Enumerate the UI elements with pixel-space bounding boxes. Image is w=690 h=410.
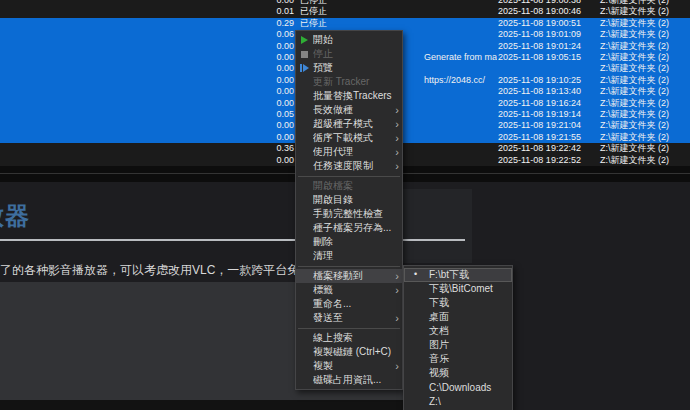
stop-icon bbox=[301, 51, 308, 58]
submenu-item-label: 下载\BitComet bbox=[429, 282, 493, 296]
submenu-item-f-bt-download[interactable]: •F:\bt下载 bbox=[404, 268, 512, 282]
submenu-item-download[interactable]: 下载 bbox=[404, 296, 512, 310]
save-path-cell: Z:\新建文件夹 (2) bbox=[600, 52, 669, 63]
submenu-item-documents[interactable]: 文档 bbox=[404, 324, 512, 338]
menu-item-sequential-download[interactable]: 循序下載模式› bbox=[296, 131, 402, 145]
menu-item-send-to[interactable]: 發送至› bbox=[296, 311, 402, 325]
torrent-row[interactable]: 0.01已停止2025-11-08 19:00:46Z:\新建文件夹 (2) bbox=[0, 6, 690, 17]
submenu-item-pictures[interactable]: 图片 bbox=[404, 338, 512, 352]
menu-item-update-tracker[interactable]: 更新 Tracker bbox=[296, 75, 402, 89]
menu-item-label: 開始 bbox=[313, 33, 399, 47]
torrent-row[interactable]: 0.29已停止2025-11-08 19:00:51Z:\新建文件夹 (2) bbox=[0, 18, 690, 29]
tracker-cell bbox=[424, 18, 497, 29]
submenu-item-download-bitcomet[interactable]: 下载\BitComet bbox=[404, 282, 512, 296]
menu-item-move-files-to[interactable]: 檔案移動到› bbox=[296, 269, 402, 283]
menu-item-copy-magnet[interactable]: 複製磁鏈 (Ctrl+C) bbox=[296, 345, 402, 359]
menu-item-stop[interactable]: 停止 bbox=[296, 47, 402, 61]
submenu-item-c-downloads[interactable]: C:\Downloads bbox=[404, 380, 512, 394]
chevron-right-icon: › bbox=[395, 105, 399, 115]
time-cell: 2025-11-08 19:00:51 bbox=[498, 18, 581, 29]
menu-item-super-seed-mode[interactable]: 超級種子模式› bbox=[296, 117, 402, 131]
menu-separator bbox=[298, 176, 400, 177]
save-path-cell: Z:\新建文件夹 (2) bbox=[600, 6, 669, 17]
save-path-cell: Z:\新建文件夹 (2) bbox=[600, 98, 669, 109]
time-cell: 2025-11-08 19:05:15 bbox=[498, 52, 581, 63]
menu-item-label: 磁碟占用資訊... bbox=[313, 373, 399, 387]
time-cell: 2025-11-08 19:01:24 bbox=[498, 41, 581, 52]
menu-item-label: 種子檔案另存為... bbox=[313, 221, 399, 235]
menu-item-label: 標籤 bbox=[313, 283, 395, 297]
chevron-right-icon: › bbox=[395, 119, 399, 129]
ratio-cell: 0.00 bbox=[0, 86, 294, 97]
menu-item-preview[interactable]: 預覽 bbox=[296, 61, 402, 75]
menu-item-label: 預覽 bbox=[313, 61, 399, 75]
time-cell: 2025-11-08 19:01:09 bbox=[498, 29, 581, 40]
ratio-cell: 0.00 bbox=[0, 52, 294, 63]
menu-item-label: 使用代理 bbox=[313, 145, 395, 159]
menu-item-label: 長效做種 bbox=[313, 103, 395, 117]
tracker-cell bbox=[424, 41, 497, 52]
submenu-item-label: C:\Downloads bbox=[429, 382, 491, 393]
ratio-cell: 0.00 bbox=[0, 155, 294, 166]
tracker-cell bbox=[424, 29, 497, 40]
menu-item-disk-usage-info[interactable]: 磁碟占用資訊... bbox=[296, 373, 402, 387]
menu-item-delete[interactable]: 刪除 bbox=[296, 235, 402, 249]
menu-item-open-directory[interactable]: 開啟目錄 bbox=[296, 193, 402, 207]
menu-item-label: 複製磁鏈 (Ctrl+C) bbox=[313, 345, 399, 359]
chevron-right-icon: › bbox=[395, 361, 399, 371]
submenu-item-label: 文档 bbox=[429, 324, 449, 338]
chevron-right-icon: › bbox=[395, 161, 399, 171]
save-path-cell: Z:\新建文件夹 (2) bbox=[600, 63, 669, 74]
menu-item-start[interactable]: 開始 bbox=[296, 33, 402, 47]
menu-item-batch-replace-trackers[interactable]: 批量替換Trackers bbox=[296, 89, 402, 103]
menu-separator bbox=[298, 328, 400, 329]
submenu-item-desktop[interactable]: 桌面 bbox=[404, 310, 512, 324]
ratio-cell: 0.00 bbox=[0, 63, 294, 74]
ratio-cell: 0.01 bbox=[0, 6, 294, 17]
menu-item-open-file[interactable]: 開啟檔案 bbox=[296, 179, 402, 193]
status-cell: 已停止 bbox=[300, 6, 327, 17]
submenu-item-music[interactable]: 音乐 bbox=[404, 352, 512, 366]
save-path-cell: Z:\新建文件夹 (2) bbox=[600, 120, 669, 131]
menu-item-use-proxy[interactable]: 使用代理› bbox=[296, 145, 402, 159]
save-path-cell: Z:\新建文件夹 (2) bbox=[600, 143, 669, 154]
menu-separator bbox=[298, 266, 400, 267]
tracker-cell bbox=[424, 6, 497, 17]
menu-item-online-search[interactable]: 線上搜索 bbox=[296, 331, 402, 345]
tracker-cell bbox=[424, 63, 497, 74]
chevron-right-icon: › bbox=[395, 271, 399, 281]
menu-item-clean[interactable]: 清理 bbox=[296, 249, 402, 263]
menu-item-label: 發送至 bbox=[313, 311, 395, 325]
menu-item-label: 開啟檔案 bbox=[313, 179, 399, 193]
menu-item-manual-hash-check[interactable]: 手動完整性檢查 bbox=[296, 207, 402, 221]
tracker-cell bbox=[424, 109, 497, 120]
menu-item-long-term-seeding[interactable]: 長效做種› bbox=[296, 103, 402, 117]
submenu-item-videos[interactable]: 视频 bbox=[404, 366, 512, 380]
time-cell: 2025-11-08 19:00:46 bbox=[498, 6, 581, 17]
ratio-cell: 0.29 bbox=[0, 18, 294, 29]
chevron-right-icon: › bbox=[395, 313, 399, 323]
ratio-cell: 0.00 bbox=[0, 41, 294, 52]
menu-item-copy[interactable]: 複製› bbox=[296, 359, 402, 373]
menu-item-rename[interactable]: 重命名... bbox=[296, 297, 402, 311]
submenu-item-z-drive[interactable]: Z:\ bbox=[404, 394, 512, 408]
tracker-cell bbox=[424, 98, 497, 109]
tracker-cell bbox=[424, 86, 497, 97]
tracker-cell bbox=[424, 143, 497, 154]
ratio-cell: 0.00 bbox=[0, 75, 294, 86]
page-bottom-strip bbox=[0, 400, 460, 410]
menu-item-label: 清理 bbox=[313, 249, 399, 263]
submenu-item-label: 桌面 bbox=[429, 310, 449, 324]
time-cell: 2025-11-08 19:21:04 bbox=[498, 120, 581, 131]
menu-item-label: 重命名... bbox=[313, 297, 399, 311]
menu-item-label: 停止 bbox=[313, 47, 399, 61]
submenu-item-label: Z:\ bbox=[429, 396, 441, 407]
time-cell: 2025-11-08 19:22:42 bbox=[498, 143, 581, 154]
tracker-cell bbox=[424, 155, 497, 166]
menu-item-tags[interactable]: 標籤› bbox=[296, 283, 402, 297]
chevron-right-icon: › bbox=[395, 147, 399, 157]
save-path-cell: Z:\新建文件夹 (2) bbox=[600, 109, 669, 120]
menu-item-task-speed-limit[interactable]: 任務速度限制› bbox=[296, 159, 402, 173]
menu-item-save-torrent-as[interactable]: 種子檔案另存為... bbox=[296, 221, 402, 235]
save-path-cell: Z:\新建文件夹 (2) bbox=[600, 132, 669, 143]
